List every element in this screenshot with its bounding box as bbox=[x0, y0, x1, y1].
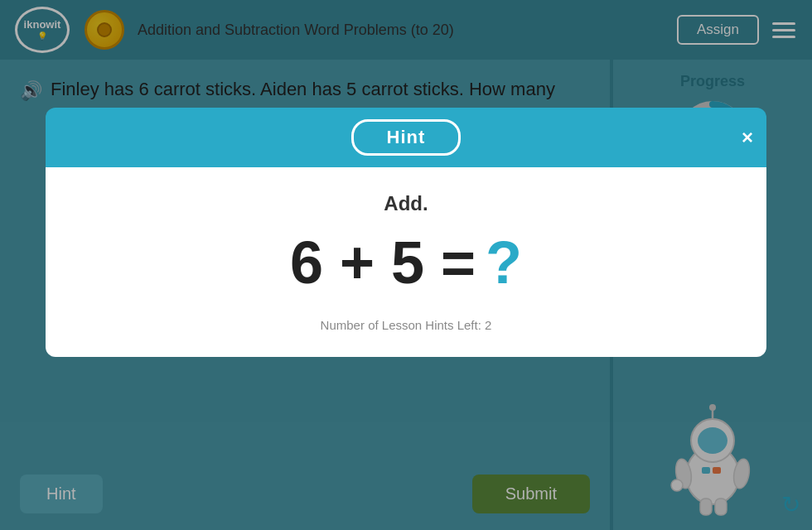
hint-instruction: Add. bbox=[384, 192, 428, 215]
modal-overlay: Hint × Add. 6 + 5 = ? Number of Lesson H… bbox=[0, 0, 812, 530]
hint-equation-text: 6 + 5 = bbox=[290, 229, 476, 296]
hint-modal-title: Hint bbox=[351, 119, 462, 156]
hint-equation: 6 + 5 = ? bbox=[290, 229, 522, 296]
hint-close-button[interactable]: × bbox=[742, 126, 753, 149]
hint-modal-body: Add. 6 + 5 = ? Number of Lesson Hints Le… bbox=[46, 167, 766, 357]
hint-question-mark: ? bbox=[486, 229, 522, 296]
hint-hints-left: Number of Lesson Hints Left: 2 bbox=[321, 318, 492, 332]
hint-modal-header: Hint × bbox=[46, 108, 766, 167]
hint-modal: Hint × Add. 6 + 5 = ? Number of Lesson H… bbox=[46, 108, 766, 357]
